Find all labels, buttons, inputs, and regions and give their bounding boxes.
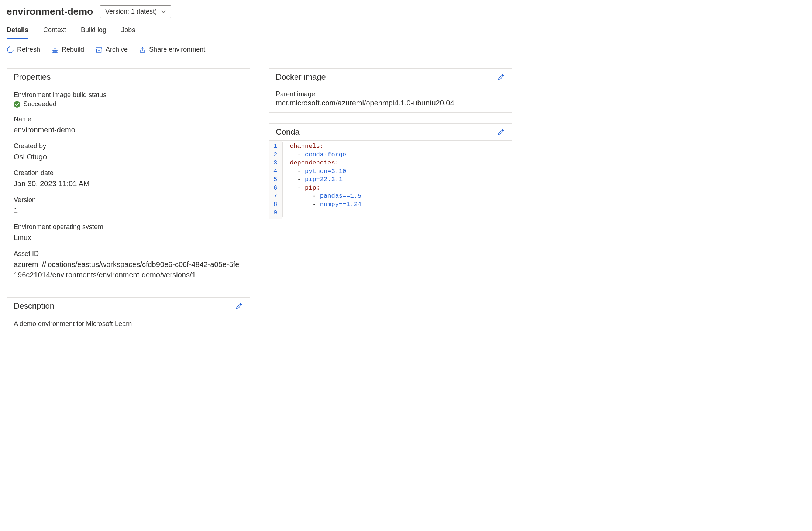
build-status-row: Succeeded: [14, 100, 243, 108]
rebuild-button[interactable]: Rebuild: [51, 46, 84, 53]
code-token: -: [312, 192, 320, 199]
code-token: python=3.10: [305, 168, 346, 175]
docker-card-head: Docker image: [269, 69, 512, 86]
code-content: channels: - conda-forge dependencies: - …: [282, 141, 361, 219]
properties-card-head: Properties: [7, 69, 250, 86]
tab-build-log[interactable]: Build log: [81, 24, 106, 39]
name-value: environment-demo: [14, 125, 243, 135]
archive-button[interactable]: Archive: [95, 46, 128, 53]
line-number: 4: [273, 167, 277, 176]
share-label: Share environment: [149, 46, 205, 53]
tab-jobs[interactable]: Jobs: [121, 24, 135, 39]
version-selector-label: Version: 1 (latest): [105, 8, 157, 15]
edit-icon[interactable]: [497, 128, 505, 136]
version-label: Version: [14, 196, 243, 204]
asset-id-label: Asset ID: [14, 250, 243, 258]
code-token: pip: [305, 184, 316, 191]
chevron-down-icon: [161, 10, 166, 14]
os-label: Environment operating system: [14, 223, 243, 231]
page-title: environment-demo: [7, 6, 93, 17]
code-token: -: [312, 201, 320, 208]
line-number: 3: [273, 159, 277, 167]
code-token: conda-forge: [305, 151, 346, 158]
page-header: environment-demo Version: 1 (latest): [7, 5, 805, 18]
svg-rect-4: [97, 49, 102, 52]
line-number: 7: [273, 192, 277, 201]
docker-card: Docker image Parent image mcr.microsoft.…: [269, 68, 512, 113]
created-by-label: Created by: [14, 142, 243, 150]
code-token: -: [297, 151, 305, 158]
code-token: :: [320, 143, 324, 150]
parent-image-label: Parent image: [276, 90, 505, 98]
name-label: Name: [14, 115, 243, 123]
parent-image-value: mcr.microsoft.com/azureml/openmpi4.1.0-u…: [276, 99, 505, 107]
description-heading: Description: [14, 301, 54, 311]
os-value: Linux: [14, 232, 243, 243]
line-number: 8: [273, 201, 277, 209]
rebuild-label: Rebuild: [62, 46, 84, 53]
share-button[interactable]: Share environment: [139, 46, 205, 53]
line-number: 6: [273, 184, 277, 192]
line-number: 1: [273, 142, 277, 151]
line-number-gutter: 1 2 3 4 5 6 7 8 9: [269, 141, 282, 219]
properties-card-body: Environment image build status Succeeded…: [7, 86, 250, 287]
properties-heading: Properties: [14, 72, 51, 82]
code-token: dependencies: [290, 159, 335, 166]
archive-label: Archive: [106, 46, 128, 53]
conda-heading: Conda: [276, 127, 300, 137]
created-by-value: Osi Otugo: [14, 152, 243, 162]
refresh-button[interactable]: Refresh: [7, 46, 40, 53]
line-number: 9: [273, 209, 277, 217]
description-card: Description A demo environment for Micro…: [7, 297, 250, 333]
conda-card: Conda 1 2 3 4 5 6 7 8 9: [269, 123, 512, 278]
build-status-value: Succeeded: [23, 100, 56, 108]
creation-date-label: Creation date: [14, 169, 243, 177]
conda-code-block: 1 2 3 4 5 6 7 8 9 channels: - conda-forg…: [269, 141, 512, 219]
line-number: 5: [273, 176, 277, 184]
refresh-label: Refresh: [17, 46, 40, 53]
svg-rect-1: [53, 51, 54, 52]
tab-details[interactable]: Details: [7, 24, 28, 39]
code-token: numpy==1.24: [320, 201, 361, 208]
success-check-icon: [14, 101, 20, 108]
conda-card-head: Conda: [269, 124, 512, 141]
code-token: -: [297, 176, 305, 183]
content-columns: Properties Environment image build statu…: [7, 68, 805, 333]
description-card-head: Description: [7, 298, 250, 315]
code-token: :: [316, 184, 320, 191]
rebuild-icon: [51, 46, 59, 53]
asset-id-value: azureml://locations/eastus/workspaces/cf…: [14, 259, 243, 280]
edit-icon[interactable]: [235, 302, 243, 310]
version-value: 1: [14, 205, 243, 216]
docker-heading: Docker image: [276, 72, 326, 82]
archive-icon: [95, 46, 103, 53]
version-selector[interactable]: Version: 1 (latest): [100, 5, 171, 18]
properties-card: Properties Environment image build statu…: [7, 68, 250, 287]
right-column: Docker image Parent image mcr.microsoft.…: [269, 68, 512, 278]
code-token: -: [297, 184, 305, 191]
code-token: pip=22.3.1: [305, 176, 343, 183]
code-token: channels: [290, 143, 320, 150]
docker-card-body: Parent image mcr.microsoft.com/azureml/o…: [269, 86, 512, 112]
code-token: pandas==1.5: [320, 192, 361, 199]
svg-rect-2: [55, 51, 56, 52]
tab-context[interactable]: Context: [43, 24, 66, 39]
svg-point-6: [14, 101, 20, 108]
build-status-label: Environment image build status: [14, 91, 243, 99]
left-column: Properties Environment image build statu…: [7, 68, 250, 333]
creation-date-value: Jan 30, 2023 11:01 AM: [14, 178, 243, 189]
tabs: Details Context Build log Jobs: [7, 24, 805, 39]
share-icon: [139, 46, 146, 53]
code-token: -: [297, 168, 305, 175]
description-value: A demo environment for Microsoft Learn: [7, 315, 250, 333]
refresh-icon: [7, 46, 14, 53]
toolbar: Refresh Rebuild Archive Share environmen…: [7, 46, 805, 53]
line-number: 2: [273, 151, 277, 159]
code-token: :: [335, 159, 339, 166]
edit-icon[interactable]: [497, 73, 505, 81]
